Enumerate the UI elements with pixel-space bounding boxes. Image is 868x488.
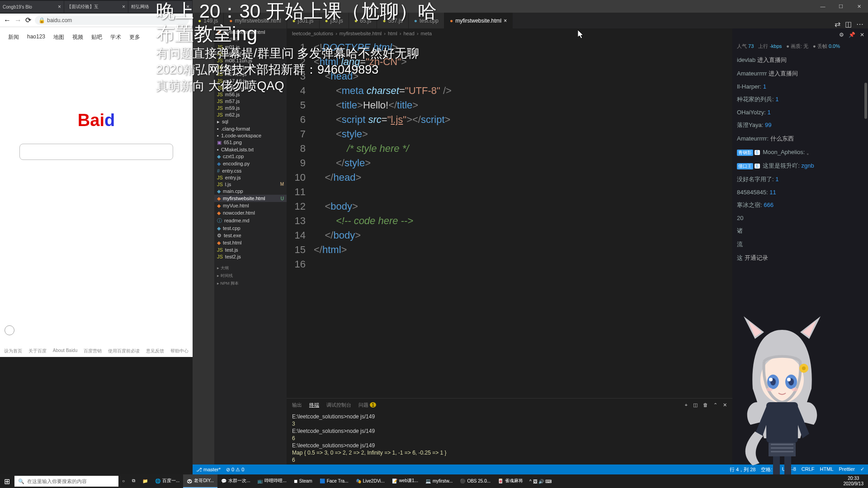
file-item[interactable]: ◆ test.cpp <box>214 225 287 232</box>
taskbar-item[interactable]: 📺哔哩哔哩... <box>254 474 290 488</box>
code-editor[interactable]: 1<!DOCTYPE html> 2<html lang="zh-CN"> 3 … <box>287 38 732 398</box>
file-item[interactable]: ◆ encoding.py <box>214 160 287 167</box>
footer-link[interactable]: 帮助中心 <box>170 348 189 354</box>
maximize-icon[interactable]: ☐ <box>832 4 850 9</box>
footer-link[interactable]: 关于百度 <box>28 348 47 354</box>
close-icon[interactable]: × <box>122 4 125 10</box>
scrollbar[interactable] <box>864 83 867 119</box>
language[interactable]: HTML <box>820 466 834 473</box>
baidu-search-input[interactable] <box>19 144 173 160</box>
split-icon[interactable]: ◫ <box>845 20 852 28</box>
file-item[interactable]: JS m56.js <box>214 91 287 98</box>
nav-link[interactable]: 视频 <box>72 33 83 41</box>
file-item[interactable]: ◆ myfirstwebsite.htmlU <box>214 195 287 202</box>
sb-section[interactable]: ▾ 1 (工作区) <box>214 36 287 43</box>
taskbar-item[interactable]: 🌐百度一... <box>151 474 183 488</box>
file-item[interactable]: JS test.js <box>214 246 287 253</box>
editor-tab[interactable]: ●j30.js <box>320 13 349 28</box>
taskbar-search[interactable]: 🔍 在这里输入你要搜索的内容 <box>14 476 118 487</box>
reload-icon[interactable]: ⟳ <box>25 16 31 24</box>
breadcrumb[interactable]: leetcode_solutions › myfirstwebsite.html… <box>287 28 732 38</box>
file-item[interactable]: ▪ 1.code-workspace <box>214 132 287 139</box>
settings-icon[interactable]: ⚙ <box>839 32 844 38</box>
footer-link[interactable]: 意见反馈 <box>146 348 164 354</box>
tray[interactable]: ^ 🖼 🔊 ⌨ <box>527 479 554 484</box>
nav-link[interactable]: hao123 <box>27 33 45 41</box>
file-item[interactable]: ▣ 651.png <box>214 139 287 146</box>
panel-tab[interactable]: 终端 <box>309 402 319 408</box>
browser-tab[interactable]: 【面试经验】互× <box>64 1 128 13</box>
explorer-icon[interactable]: 📁 <box>139 474 151 488</box>
file-item[interactable]: JS m36 un.js <box>214 84 287 91</box>
panel-tab[interactable]: 输出 <box>292 402 302 408</box>
taskbar-item[interactable]: 🀄雀魂麻将 <box>494 474 527 488</box>
editor-tab[interactable]: ●65.js <box>349 13 377 28</box>
git-branch[interactable]: ⎇ master* <box>196 467 221 473</box>
taskbar-item[interactable]: ◼Steam <box>290 474 316 488</box>
file-item[interactable]: ◆ main.cpp <box>214 188 287 195</box>
taskbar-item[interactable]: 🎭Live2DVi... <box>352 474 388 488</box>
sb-section[interactable]: ▸ 大纲 <box>214 264 287 272</box>
minimize-icon[interactable]: — <box>814 4 832 9</box>
taskbar-item[interactable]: ⚫OBS 25.0... <box>456 474 494 488</box>
compare-icon[interactable]: ⇄ <box>835 20 840 28</box>
footer-link[interactable]: 使用百度前必读 <box>108 348 140 354</box>
clock[interactable]: 20:332020/9/13 <box>839 476 868 487</box>
footer-link[interactable]: About Baidu <box>53 348 78 354</box>
file-item[interactable]: ◆ test.html <box>214 239 287 246</box>
close-panel-icon[interactable]: ✕ <box>723 402 727 408</box>
file-item[interactable]: ◆ czxt1.cpp <box>214 153 287 160</box>
file-item[interactable]: # entry.css <box>214 167 287 174</box>
problems-status[interactable]: ⊘ 0 ⚠ 0 <box>226 467 244 473</box>
file-item[interactable]: JS m01.07.js <box>214 50 287 57</box>
file-item[interactable]: JS m59.js <box>214 104 287 111</box>
file-item[interactable]: JS m08.11un.js <box>214 57 287 64</box>
pin-icon[interactable]: 📌 <box>849 32 855 38</box>
footer-link[interactable]: 设为首页 <box>4 348 22 354</box>
close-icon[interactable]: ✕ <box>850 4 868 9</box>
panel-tab[interactable]: 问题 1 <box>359 402 376 408</box>
taskview-icon[interactable]: ⧉ <box>128 474 139 488</box>
more-icon[interactable]: ⋯ <box>856 20 863 28</box>
file-item[interactable]: ◆ nowcoder.html <box>214 209 287 216</box>
close-icon[interactable]: × <box>58 4 61 10</box>
add-terminal-icon[interactable]: + <box>685 402 688 408</box>
maximize-panel-icon[interactable]: ⌃ <box>713 402 717 408</box>
editor-tab[interactable]: ●j301.js <box>287 13 320 28</box>
start-button[interactable]: ⊞ <box>0 477 14 486</box>
chat-close-icon[interactable]: ✕ <box>860 32 864 38</box>
forward-icon[interactable]: → <box>14 16 22 24</box>
prettier-check-icon[interactable]: ✓ <box>860 466 864 473</box>
back-icon[interactable]: ← <box>4 16 11 24</box>
taskbar-item[interactable]: 💻myfirstw... <box>422 474 456 488</box>
taskbar-item[interactable]: 🟦Face Tra... <box>316 474 352 488</box>
editor-tab[interactable]: ●149.js <box>193 13 224 28</box>
trash-icon[interactable]: 🗑 <box>703 402 708 408</box>
url-bar[interactable]: 🔒 baidu.com <box>35 16 189 25</box>
footer-link[interactable]: 百度营销 <box>84 348 102 354</box>
nav-link[interactable]: 地图 <box>53 33 64 41</box>
editor-tab[interactable]: ●557.js <box>377 13 408 28</box>
encoding[interactable]: UTF-8 <box>782 466 796 473</box>
user-icon[interactable] <box>5 325 14 335</box>
file-item[interactable]: JS l.jsM <box>214 181 287 188</box>
file-item[interactable]: ◆myfirstwebsite.html <box>214 28 287 36</box>
cursor-pos[interactable]: 行 4，列 28 <box>730 466 755 473</box>
prettier[interactable]: Prettier <box>839 466 855 473</box>
editor-tab[interactable]: ●myfirstwebsite.html × <box>444 13 513 28</box>
nav-link[interactable]: 更多 <box>129 33 140 41</box>
taskbar-item[interactable]: 🐼老哥DIY... <box>183 474 217 488</box>
panel-tab[interactable]: 调试控制台 <box>326 402 351 408</box>
eol[interactable]: CRLF <box>802 466 815 473</box>
sb-section[interactable]: ▸ NPM 脚本 <box>214 280 287 287</box>
taskbar-item[interactable]: 📝web课1... <box>388 474 422 488</box>
file-item[interactable]: JS m57.js <box>214 98 287 104</box>
file-item[interactable]: JS m17.13.js <box>214 70 287 77</box>
file-item[interactable]: JS m17.16.js <box>214 77 287 84</box>
browser-tab[interactable]: 精弘网络× <box>128 1 192 13</box>
editor-tab[interactable]: ●test.cpp <box>409 13 444 28</box>
nav-link[interactable]: 学术 <box>110 33 121 41</box>
nav-link[interactable]: 新闻 <box>8 33 19 41</box>
file-item[interactable]: ◆ myVue.html <box>214 202 287 209</box>
cortana-icon[interactable]: ○ <box>118 474 128 488</box>
